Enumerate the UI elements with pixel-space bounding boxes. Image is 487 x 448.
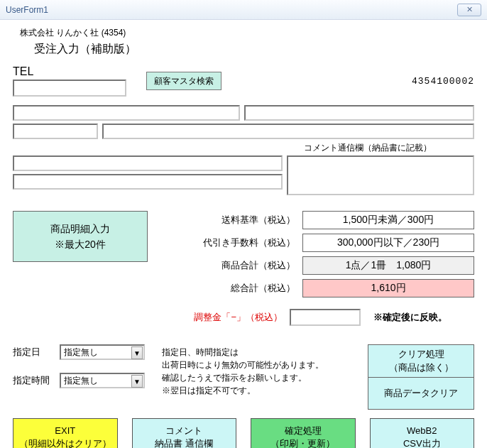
address-field-2[interactable] <box>244 105 474 121</box>
chevron-down-icon: ▼ <box>131 375 143 388</box>
shipping-value: 1,500円未満／300円 <box>302 211 474 229</box>
tel-label: TEL <box>13 65 141 78</box>
chevron-down-icon: ▼ <box>131 346 143 359</box>
comment-line1: コメント <box>165 425 202 437</box>
comment-textarea[interactable] <box>287 155 474 195</box>
item-detail-line1: 商品明細入力 <box>50 221 110 236</box>
item-detail-button[interactable]: 商品明細入力 ※最大20件 <box>13 211 148 262</box>
item-detail-line2: ※最大20件 <box>55 236 106 252</box>
spec-date-label: 指定日 <box>13 346 53 359</box>
clear-items-button[interactable]: 商品データクリア <box>368 377 474 410</box>
spec-date-value: 指定無し <box>64 346 98 359</box>
clear-items-label: 商品データクリア <box>384 387 458 400</box>
comment-header-label: コメント通信欄（納品書に記載） <box>304 142 474 154</box>
adjust-input[interactable] <box>290 309 361 326</box>
comment-line2: 納品書 通信欄 <box>155 437 213 448</box>
confirm-line2: （印刷・更新） <box>270 437 335 448</box>
adjust-label: 調整金「−」（税込） <box>13 311 290 324</box>
cod-label: 代引き手数料（税込） <box>168 236 302 249</box>
screen-title: 受注入力（補助版） <box>34 42 474 57</box>
extra-field-2[interactable] <box>13 174 283 190</box>
grand-value: 1,610円 <box>302 279 474 297</box>
company-label: 株式会社 りんかく社 (4354) <box>20 27 474 39</box>
spec-time-value: 指定無し <box>64 375 98 387</box>
subtotal-label: 商品合計（税込） <box>168 259 302 272</box>
spec-time-combo[interactable]: 指定無し ▼ <box>60 373 145 388</box>
webb2-line2: CSV出力 <box>403 437 441 448</box>
spec-note-1: 指定日、時間指定は <box>162 346 361 359</box>
clear-button[interactable]: クリア処理 （商品は除く） <box>368 344 474 377</box>
webb2-button[interactable]: WebB2 CSV出力 <box>370 418 475 448</box>
customer-search-button[interactable]: 顧客マスタ検索 <box>146 72 221 90</box>
comment-button[interactable]: コメント 納品書 通信欄 <box>132 418 237 448</box>
cod-value: 300,000円以下／230円 <box>302 234 474 252</box>
webb2-line1: WebB2 <box>407 425 437 437</box>
window-title: UserForm1 <box>6 5 48 15</box>
exit-line1: EXIT <box>55 425 75 437</box>
record-id: 4354100002 <box>412 76 474 87</box>
spec-time-label: 指定時間 <box>13 374 53 387</box>
name-field[interactable] <box>102 124 474 139</box>
spec-note-3: 確認したうえで指示をお願いします。 <box>162 371 361 384</box>
address-field-1[interactable] <box>13 105 240 121</box>
exit-button[interactable]: EXIT （明細以外はクリア） <box>13 418 118 448</box>
clear-line1: クリア処理 <box>398 348 444 361</box>
tel-input[interactable] <box>13 80 126 97</box>
spec-note-2: 出荷日時により無効の可能性があります。 <box>162 359 361 371</box>
confirm-line1: 確定処理 <box>285 425 322 437</box>
adjust-note: ※確定後に反映。 <box>373 311 447 324</box>
close-button[interactable]: ✕ <box>457 4 481 16</box>
clear-line2: （商品は除く） <box>389 361 454 374</box>
close-icon: ✕ <box>466 5 473 14</box>
exit-line2: （明細以外はクリア） <box>19 437 111 448</box>
confirm-button[interactable]: 確定処理 （印刷・更新） <box>251 418 356 448</box>
zip-field[interactable] <box>13 124 98 139</box>
extra-field-1[interactable] <box>13 155 283 171</box>
spec-date-combo[interactable]: 指定無し ▼ <box>60 344 145 360</box>
subtotal-value: 1点／1冊 1,080円 <box>302 256 474 275</box>
shipping-label: 送料基準（税込） <box>168 214 302 226</box>
spec-note-4: ※翌日は指定不可です。 <box>162 384 361 397</box>
grand-label: 総合計（税込） <box>168 282 302 295</box>
